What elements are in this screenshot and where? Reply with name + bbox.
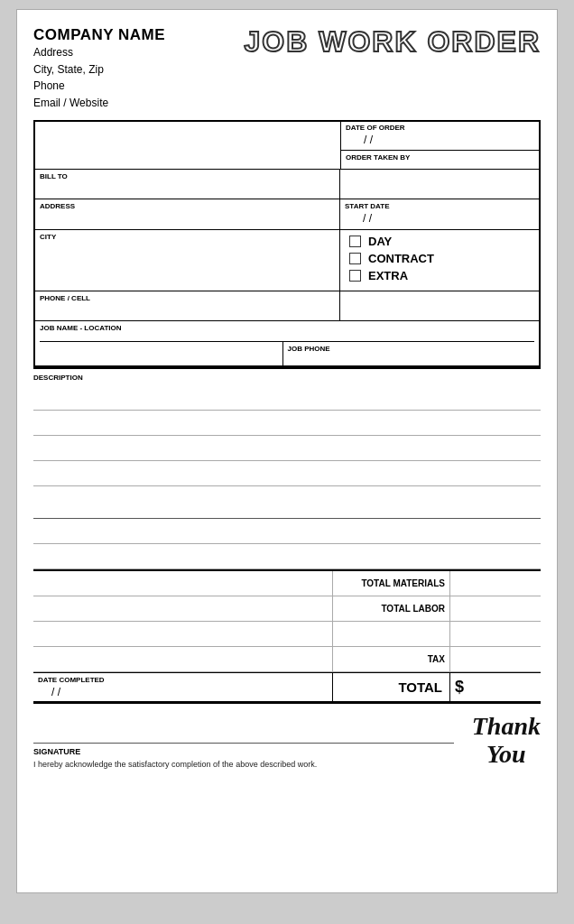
checkboxes-cell: DAY CONTRACT EXTRA xyxy=(340,230,539,291)
total-label: TOTAL xyxy=(333,673,450,701)
date-of-order-label: DATE OF ORDER xyxy=(346,124,534,132)
tg-blank-3 xyxy=(33,622,333,647)
desc-line-3 xyxy=(33,436,541,461)
bill-to-right xyxy=(340,170,539,199)
address-label: ADDRESS xyxy=(40,202,335,210)
phone-right xyxy=(340,291,539,320)
phone-label: PHONE / CELL xyxy=(40,294,335,302)
header: COMPANY NAME Address City, State, Zip Ph… xyxy=(33,26,541,111)
start-date-slash: / / xyxy=(345,210,534,226)
tg-tax-label: TAX xyxy=(333,647,450,672)
date-completed-label: DATE COMPLETED xyxy=(38,676,328,684)
tg-tax-value xyxy=(450,647,541,672)
total-dollar: $ xyxy=(450,678,541,697)
tg-blank-label-3 xyxy=(333,622,450,647)
date-completed-slash: / / xyxy=(38,686,328,698)
footer-area: SIGNATURE I hereby acknowledge the satis… xyxy=(33,713,541,769)
start-date-label: START DATE xyxy=(345,202,534,210)
extra-label: EXTRA xyxy=(368,269,408,282)
bill-to-cell: BILL TO xyxy=(35,170,340,199)
totals-grid: TOTAL MATERIALS TOTAL LABOR TAX xyxy=(33,569,541,672)
thank-you-text: Thank You xyxy=(472,713,541,769)
order-taken-by-label: ORDER TAKEN BY xyxy=(341,151,539,169)
signature-line xyxy=(33,743,454,744)
address-row: ADDRESS START DATE / / xyxy=(35,199,539,230)
form-body: DATE OF ORDER / / ORDER TAKEN BY BILL TO… xyxy=(33,120,541,369)
tg-total-materials-label: TOTAL MATERIALS xyxy=(333,571,450,596)
thank-you-line1: Thank xyxy=(472,712,541,740)
company-address: Address xyxy=(33,44,165,61)
bill-to-label: BILL TO xyxy=(40,172,335,180)
job-name-label: JOB NAME - LOCATION xyxy=(40,324,534,332)
phone-cell: PHONE / CELL xyxy=(35,291,340,320)
total-cell: TOTAL $ xyxy=(333,673,541,701)
signature-area: SIGNATURE I hereby acknowledge the satis… xyxy=(33,743,472,769)
date-order-taken-col: DATE OF ORDER / / ORDER TAKEN BY xyxy=(340,122,539,169)
extra-checkbox[interactable] xyxy=(349,270,361,282)
address-cell: ADDRESS xyxy=(35,199,340,229)
date-of-order-box: DATE OF ORDER / / xyxy=(341,122,539,151)
desc-line-5 xyxy=(33,494,541,519)
company-city-state-zip: City, State, Zip xyxy=(33,61,165,79)
date-completed-cell: DATE COMPLETED / / xyxy=(33,673,333,701)
checkbox-contract[interactable]: CONTRACT xyxy=(349,252,534,265)
thank-you-line2: You xyxy=(486,740,526,768)
tg-blank-value-3 xyxy=(450,622,541,647)
desc-line-2 xyxy=(33,411,541,436)
job-phone-cell: JOB PHONE xyxy=(283,342,535,365)
checkbox-extra[interactable]: EXTRA xyxy=(349,269,534,282)
job-name-row: JOB NAME - LOCATION JOB PHONE xyxy=(35,321,539,366)
tg-blank-4 xyxy=(33,647,333,672)
checkbox-day[interactable]: DAY xyxy=(349,235,534,248)
acknowledgement-text: I hereby acknowledge the satisfactory co… xyxy=(33,760,454,769)
day-checkbox[interactable] xyxy=(349,236,361,247)
title-area: JOB WORK ORDER xyxy=(245,26,541,58)
contract-label: CONTRACT xyxy=(368,252,434,265)
tg-blank-2 xyxy=(33,596,333,622)
company-info: COMPANY NAME Address City, State, Zip Ph… xyxy=(33,26,165,111)
job-name-left xyxy=(40,342,283,365)
signature-label: SIGNATURE xyxy=(33,747,454,756)
description-lines xyxy=(33,385,541,569)
top-row: DATE OF ORDER / / ORDER TAKEN BY xyxy=(35,122,539,170)
city-label: CITY xyxy=(40,233,335,241)
desc-line-4 xyxy=(33,461,541,486)
job-name-inner: JOB PHONE xyxy=(40,341,534,365)
tg-total-labor-value xyxy=(450,596,541,622)
description-label: DESCRIPTION xyxy=(33,372,541,383)
page-title: JOB WORK ORDER xyxy=(245,26,541,58)
top-spacer xyxy=(35,122,340,169)
tg-blank-1 xyxy=(33,571,333,596)
city-cell: CITY xyxy=(35,230,340,291)
city-row: CITY DAY CONTRACT EXTRA xyxy=(35,230,539,291)
desc-line-1 xyxy=(33,385,541,411)
tg-total-materials-value xyxy=(450,571,541,596)
start-date-cell: START DATE / / xyxy=(340,199,539,229)
phone-row: PHONE / CELL xyxy=(35,291,539,321)
company-phone: Phone xyxy=(33,78,165,95)
job-phone-label: JOB PHONE xyxy=(288,345,531,353)
job-work-order-form: COMPANY NAME Address City, State, Zip Ph… xyxy=(16,9,558,893)
day-label: DAY xyxy=(368,235,392,248)
desc-line-6 xyxy=(33,519,541,544)
company-email-website: Email / Website xyxy=(33,95,165,112)
date-total-row: DATE COMPLETED / / TOTAL $ xyxy=(33,671,541,704)
tg-total-labor-label: TOTAL LABOR xyxy=(333,596,450,622)
desc-line-7 xyxy=(33,544,541,569)
bill-to-row: BILL TO xyxy=(35,170,539,199)
date-of-order-slash: / / xyxy=(346,132,534,148)
description-section: DESCRIPTION xyxy=(33,369,541,569)
company-name: COMPANY NAME xyxy=(33,26,165,44)
contract-checkbox[interactable] xyxy=(349,253,361,264)
